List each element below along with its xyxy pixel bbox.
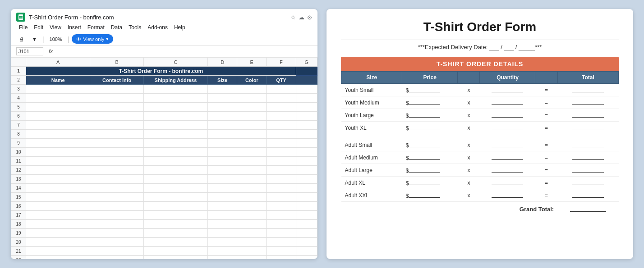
formula-bar: fx — [45, 48, 312, 55]
col-quantity-th: Quantity — [480, 72, 535, 84]
menu-insert[interactable]: Insert — [65, 23, 84, 32]
col-g: G — [296, 58, 317, 67]
sheets-titlebar: T-Shirt Order Form - bonfire.com ☆ ☁ ⊙ — [11, 9, 317, 23]
mult-adult-small: x — [458, 139, 480, 151]
price-adult-xxl: $ — [402, 189, 458, 202]
col-b: B — [90, 58, 143, 67]
list-item: Adult Small $ x = — [341, 139, 619, 151]
eq-adult-large: = — [535, 164, 557, 177]
order-details-section: T-SHIRT ORDER DETAILS Size Price Quantit… — [341, 57, 619, 213]
table-row: 16 — [11, 202, 317, 211]
table-row: 14 — [11, 184, 317, 193]
view-only-button[interactable]: 👁 View only ▾ — [72, 34, 113, 44]
form-divider — [341, 40, 619, 40]
col-qty-header: QTY — [267, 76, 296, 85]
qty-adult-xl — [480, 177, 535, 189]
total-youth-xl — [557, 122, 618, 134]
qty-adult-large — [480, 164, 535, 177]
list-item: Youth XL $ x = — [341, 122, 619, 134]
table-row: 8 — [11, 130, 317, 139]
mult-youth-xl: x — [458, 122, 480, 134]
svg-rect-1 — [19, 16, 23, 17]
list-item: Youth Small $ x = — [341, 84, 619, 96]
price-adult-small: $ — [402, 139, 458, 151]
menu-addons[interactable]: Add-ons — [145, 23, 170, 32]
eq-adult-small: = — [535, 139, 557, 151]
size-adult-xl: Adult XL — [341, 177, 402, 189]
svg-rect-2 — [19, 17, 23, 18]
col-d: D — [208, 58, 237, 67]
total-adult-xl — [557, 177, 618, 189]
table-row: 19 — [11, 229, 317, 238]
table-row: 9 — [11, 139, 317, 148]
menu-view[interactable]: View — [47, 23, 64, 32]
table-row: 2 Name Contact Info Shipping Address Siz… — [11, 76, 317, 85]
menu-edit[interactable]: Edit — [31, 23, 46, 32]
table-row: 22 — [11, 256, 317, 259]
size-youth-xl: Youth XL — [341, 122, 402, 134]
table-row: 10 — [11, 148, 317, 157]
menu-tools[interactable]: Tools — [126, 23, 144, 32]
order-details-header: T-SHIRT ORDER DETAILS — [341, 57, 619, 71]
eq-youth-medium: = — [535, 96, 557, 109]
mult-youth-small: x — [458, 84, 480, 96]
menu-file[interactable]: File — [16, 23, 30, 32]
cloud-icon[interactable]: ☁ — [299, 14, 304, 21]
table-row: 5 — [11, 103, 317, 112]
col-c: C — [143, 58, 207, 67]
price-youth-large: $ — [402, 109, 458, 122]
svg-rect-3 — [19, 18, 23, 18]
qty-adult-xxl — [480, 189, 535, 202]
mult-adult-xl: x — [458, 177, 480, 189]
menu-data[interactable]: Data — [108, 23, 125, 32]
drive-icon[interactable]: ⊙ — [307, 14, 312, 21]
size-youth-medium: Youth Medium — [341, 96, 402, 109]
grand-total-row: Grand Total: — [341, 202, 619, 213]
spreadsheet-title: T-Shirt Order Form - bonfire.com — [26, 67, 296, 76]
total-youth-small — [557, 84, 618, 96]
filter-button[interactable]: ▼ — [29, 35, 40, 43]
form-title: T-Shirt Order Form — [341, 20, 619, 34]
eq-adult-xxl: = — [535, 189, 557, 202]
table-row: 6 — [11, 112, 317, 121]
eq-adult-xl: = — [535, 177, 557, 189]
table-row: 3 — [11, 85, 317, 94]
price-youth-small: $ — [402, 84, 458, 96]
delivery-date: ***Expected Delivery Date: ___ / ___ / _… — [341, 44, 619, 50]
size-adult-large: Adult Large — [341, 164, 402, 177]
total-adult-large — [557, 164, 618, 177]
print-button[interactable]: 🖨 — [16, 35, 27, 43]
price-adult-medium: $ — [402, 151, 458, 164]
total-adult-xxl — [557, 189, 618, 202]
mult-youth-large: x — [458, 109, 480, 122]
menu-help[interactable]: Help — [171, 23, 188, 32]
qty-adult-medium — [480, 151, 535, 164]
eq-youth-xl: = — [535, 122, 557, 134]
table-row: 12 — [11, 166, 317, 175]
sheets-icon — [16, 13, 25, 22]
name-box[interactable] — [16, 47, 43, 55]
list-item: Adult XXL $ x = — [341, 189, 619, 202]
star-icon[interactable]: ☆ — [290, 14, 296, 21]
total-adult-small — [557, 139, 618, 151]
list-item: Adult Large $ x = — [341, 164, 619, 177]
sheets-menubar: File Edit View Insert Format Data Tools … — [11, 23, 317, 32]
spreadsheet-area: A B C D E F G 1 T-Shirt Order Form - bon… — [11, 57, 317, 259]
fx-label: fx — [49, 48, 53, 55]
table-row: 21 — [11, 247, 317, 256]
mult-adult-xxl: x — [458, 189, 480, 202]
table-row: 7 — [11, 121, 317, 130]
zoom-select[interactable]: 100% — [47, 35, 65, 43]
mult-adult-medium: x — [458, 151, 480, 164]
col-color-header: Color — [237, 76, 267, 85]
grand-total-field — [570, 205, 606, 212]
total-youth-large — [557, 109, 618, 122]
col-e: E — [237, 58, 267, 67]
col-name-header: Name — [26, 76, 90, 85]
menu-format[interactable]: Format — [85, 23, 107, 32]
table-row: 18 — [11, 220, 317, 229]
size-youth-large: Youth Large — [341, 109, 402, 122]
list-item: Youth Large $ x = — [341, 109, 619, 122]
total-youth-medium — [557, 96, 618, 109]
table-row: 1 T-Shirt Order Form - bonfire.com — [11, 67, 317, 76]
